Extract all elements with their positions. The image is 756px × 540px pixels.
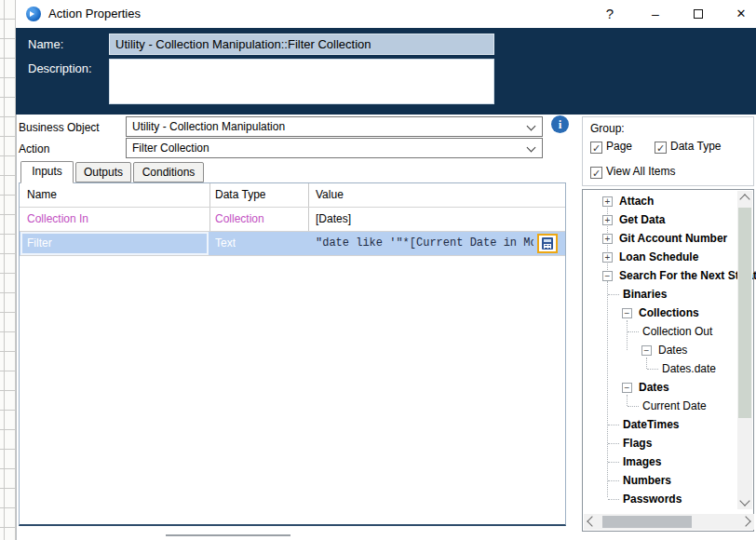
tree-item[interactable]: +Attach <box>583 192 737 210</box>
expand-plus-icon[interactable]: + <box>602 196 613 207</box>
tree-vertical-scrollbar[interactable] <box>737 191 752 509</box>
column-header-name: Name <box>27 183 57 207</box>
tree-item[interactable]: Passwords <box>583 490 737 508</box>
scrollbar-thumb[interactable] <box>738 208 751 418</box>
tree-item[interactable]: Images <box>583 452 737 471</box>
cell-name[interactable]: Filter <box>27 232 52 255</box>
tree-item[interactable]: Collection Out <box>583 322 737 341</box>
scroll-up-icon[interactable] <box>739 194 749 204</box>
expand-minus-icon[interactable]: − <box>602 271 613 281</box>
help-button[interactable]: ? <box>596 4 624 24</box>
background-spreadsheet <box>0 0 16 540</box>
expand-plus-icon[interactable]: + <box>602 234 613 244</box>
maximize-button[interactable] <box>684 4 712 24</box>
action-value: Filter Collection <box>132 142 209 155</box>
scrollbar-thumb[interactable] <box>602 516 692 528</box>
header-panel: Name: Utility - Collection Manipulation:… <box>16 28 756 115</box>
cell-value[interactable]: "date like '"*[Current Date in Month and <box>316 232 533 255</box>
row-divider <box>20 207 565 208</box>
tree-connector <box>628 406 639 407</box>
checkbox-data-type[interactable]: ✓Data Type <box>655 140 721 154</box>
tree-item[interactable]: Numbers <box>583 471 737 490</box>
sheet-gridline <box>4 0 5 540</box>
row-divider <box>20 255 565 256</box>
tree-connector <box>628 331 639 332</box>
bottom-divider <box>166 534 290 536</box>
name-label: Name: <box>28 37 63 51</box>
calculator-icon <box>542 237 553 250</box>
cell-name[interactable]: Collection In <box>27 208 88 231</box>
cell-datatype: Text <box>215 232 236 255</box>
description-label: Description: <box>28 61 92 75</box>
titlebar: Action Properties ? – ✕ <box>16 0 756 28</box>
inputs-grid: Name Data Type Value Collection In Colle… <box>19 182 566 526</box>
tree-item[interactable]: DateTimes <box>583 415 737 434</box>
checkbox-page-label: Page <box>606 140 632 153</box>
tree-item[interactable]: +Git Account Number <box>583 229 737 248</box>
tree-connector <box>608 462 619 463</box>
tree-connector <box>608 480 619 481</box>
checkbox-page[interactable]: ✓Page <box>590 140 632 154</box>
tree-item[interactable]: Current Date <box>583 397 737 415</box>
tree-connector <box>608 294 619 295</box>
group-label: Group: <box>590 122 625 135</box>
chevron-down-icon <box>527 122 536 131</box>
checkbox-view-all-items-label: View All Items <box>606 165 675 178</box>
group-panel: Group: ✓Page ✓Data Type ✓View All Items <box>582 116 754 186</box>
scroll-left-icon[interactable] <box>587 516 597 526</box>
expand-plus-icon[interactable]: + <box>602 215 613 225</box>
checkbox-view-all-items[interactable]: ✓View All Items <box>590 165 675 179</box>
expand-plus-icon[interactable]: + <box>602 252 613 263</box>
checkbox-check-icon: ✓ <box>655 142 667 154</box>
description-input[interactable] <box>109 59 494 104</box>
tree-connector <box>608 499 619 500</box>
tree-connector <box>608 425 619 425</box>
business-object-select[interactable]: Utility - Collection Manipulation <box>126 116 543 137</box>
tree-item[interactable]: +Get Data <box>583 210 737 229</box>
column-header-value: Value <box>316 183 344 207</box>
tree-item[interactable]: −Collections <box>583 304 737 322</box>
tree-item[interactable]: −Search For the Next StDate <box>583 266 737 285</box>
minimize-button[interactable]: – <box>641 4 669 24</box>
tree-horizontal-scrollbar[interactable] <box>584 514 754 530</box>
tab-conditions[interactable]: Conditions <box>133 162 204 182</box>
tree-connector <box>647 369 658 370</box>
checkbox-data-type-label: Data Type <box>670 140 721 153</box>
action-label: Action <box>19 142 49 155</box>
tree-item[interactable]: Binaries <box>583 285 737 304</box>
app-icon <box>26 7 41 21</box>
close-button[interactable]: ✕ <box>727 4 755 24</box>
expression-editor-button[interactable] <box>537 234 558 253</box>
scroll-right-icon[interactable] <box>740 516 750 526</box>
tree-item[interactable]: −Dates <box>583 378 737 397</box>
tab-inputs[interactable]: Inputs <box>20 161 74 183</box>
expand-minus-icon[interactable]: − <box>641 345 652 356</box>
chevron-down-icon <box>527 143 536 153</box>
name-input[interactable]: Utility - Collection Manipulation::Filte… <box>109 34 494 55</box>
checkbox-check-icon: ✓ <box>590 142 602 154</box>
tree-connector <box>608 443 619 444</box>
tree-item[interactable]: +Loan Schedule <box>583 248 737 266</box>
checkbox-check-icon: ✓ <box>590 167 602 179</box>
info-icon[interactable]: i <box>551 115 569 133</box>
maximize-icon <box>694 9 703 19</box>
business-object-value: Utility - Collection Manipulation <box>132 120 285 133</box>
tab-outputs[interactable]: Outputs <box>75 162 131 182</box>
tree-item[interactable]: Flags <box>583 434 737 452</box>
expand-minus-icon[interactable]: − <box>622 308 632 318</box>
action-properties-window: Action Properties ? – ✕ Name: Utility - … <box>0 0 756 540</box>
action-select[interactable]: Filter Collection <box>126 138 543 158</box>
scroll-down-icon[interactable] <box>739 495 749 506</box>
tree-item[interactable]: Dates.date <box>583 359 737 378</box>
data-items-tree: +Attach +Get Data +Git Account Number +L… <box>582 189 754 532</box>
tree-item[interactable]: −Dates <box>583 341 737 359</box>
cell-datatype: Collection <box>215 208 264 231</box>
window-title: Action Properties <box>48 7 141 20</box>
expand-minus-icon[interactable]: − <box>622 383 632 393</box>
column-header-datatype: Data Type <box>215 183 265 207</box>
business-object-label: Business Object <box>19 121 100 134</box>
cell-value[interactable]: [Dates] <box>316 208 351 231</box>
